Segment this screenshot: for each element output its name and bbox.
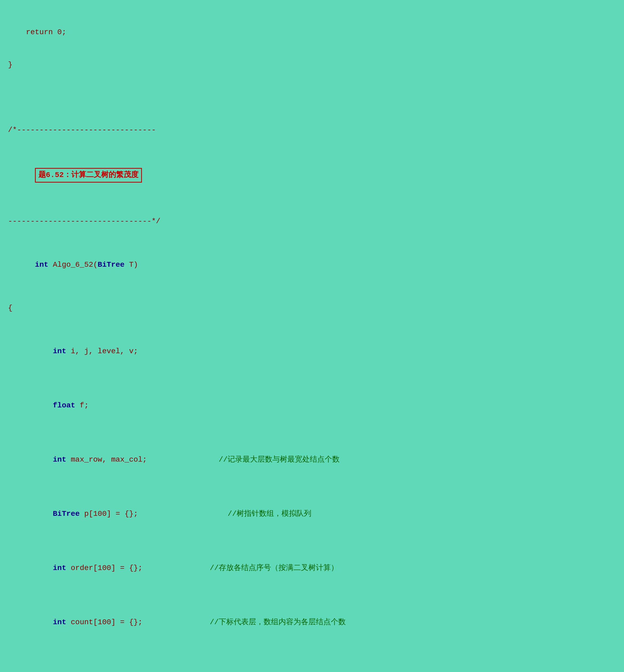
keyword-int3: int [53, 455, 66, 464]
line-bitree: BiTree p[100] = {}; //树指针数组，模拟队列 [8, 498, 616, 530]
line-count: int count[100] = {}; //下标代表层，数组内容为各层结点个数 [8, 606, 616, 639]
comment-box-element: 题6.52：计算二叉树的繁茂度 [35, 168, 142, 183]
comment-maxrow: //记录最大层数与树最宽处结点个数 [147, 455, 340, 464]
keyword-int: int [35, 260, 48, 269]
code-block: return 0; } /*--------------------------… [8, 5, 616, 672]
var-count: count[100] = {}; [66, 618, 142, 626]
indent [35, 564, 53, 572]
line-open-brace: { [8, 303, 616, 314]
indent [35, 347, 53, 355]
indent [35, 510, 53, 518]
line-close1: } [8, 59, 616, 71]
indent [35, 618, 53, 626]
line-return0: return 0; [8, 27, 616, 38]
code-container: return 0; } /*--------------------------… [8, 5, 616, 672]
line-comment-start: /*------------------------------- [8, 125, 616, 135]
line-float-var: float f; [8, 390, 616, 422]
line-comment-end: --------------------------------*/ [8, 216, 616, 227]
line-func-sig: int Algo_6_52(BiTree T) [8, 249, 616, 281]
var-p: p[100] = {}; [80, 510, 138, 518]
comment-order: //存放各结点序号（按满二叉树计算） [142, 564, 338, 572]
line-int-vars: int i, j, level, v; [8, 335, 616, 368]
type-bitree2: BiTree [53, 510, 80, 518]
keyword-float: float [53, 401, 75, 409]
comment-count: //下标代表层，数组内容为各层结点个数 [142, 618, 346, 626]
indent [35, 401, 53, 409]
var-f: f; [75, 401, 88, 409]
line-maxrow-maxcol: int max_row, max_col; //记录最大层数与树最宽处结点个数 [8, 444, 616, 476]
vars-maxrow: max_row, max_col; [66, 455, 147, 464]
param-t: T) [125, 260, 138, 269]
var-order: order[100] = {}; [66, 564, 142, 572]
keyword-int4: int [53, 564, 66, 572]
line-order: int order[100] = {}; //存放各结点序号（按满二叉树计算） [8, 552, 616, 585]
keyword-int2: int [53, 347, 66, 355]
line-comment-box: 题6.52：计算二叉树的繁茂度 [8, 157, 616, 194]
indent [35, 455, 53, 464]
line-blank1 [8, 92, 616, 103]
vars1: i, j, level, v; [66, 347, 138, 355]
func-space: Algo_6_52( [48, 260, 98, 269]
keyword-int5: int [53, 618, 66, 626]
comment-bitree: //树指针数组，模拟队列 [138, 510, 311, 518]
line-blank2 [8, 661, 616, 671]
type-bitree: BiTree [98, 260, 125, 269]
